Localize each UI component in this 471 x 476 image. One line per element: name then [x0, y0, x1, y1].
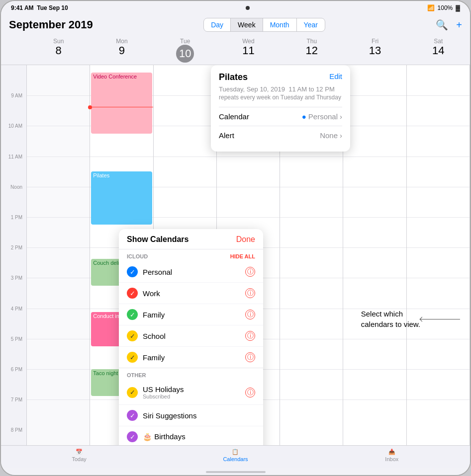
- status-bar: 9:41 AM Tue Sep 10 📶 100% ▓: [1, 1, 470, 15]
- calendar-item-us-holidays[interactable]: ✓ US Holidays Subscribed ⓘ: [119, 380, 263, 405]
- home-indicator: [1, 468, 470, 475]
- days-area: Video Conference Pilates Couch delivery …: [27, 65, 470, 445]
- family1-check: ✓: [127, 309, 138, 320]
- icloud-section-label: ICLOUD HIDE ALL: [119, 249, 263, 261]
- calendar-item-family1[interactable]: ✓ Family ⓘ: [119, 304, 263, 325]
- family2-info-button[interactable]: ⓘ: [245, 352, 255, 362]
- family2-name: Family: [143, 353, 245, 362]
- us-holidays-info-button[interactable]: ⓘ: [245, 388, 255, 397]
- day-header-row: Sun 8 Mon 9 Tue 10 Wed 11 Thu 12 Fri 13 …: [1, 36, 470, 65]
- day-header-tue[interactable]: Tue 10: [154, 36, 217, 65]
- event-detail-title: Pilates: [219, 72, 248, 82]
- tab-bar: 📅 Today 📋 Calendars 📥 Inbox: [1, 445, 470, 468]
- calendar-item-school[interactable]: ✓ School ⓘ: [119, 325, 263, 347]
- calendars-popup: Show Calendars Done ICLOUD HIDE ALL ✓ Pe…: [119, 229, 263, 445]
- event-detail-alert-value[interactable]: None ›: [320, 131, 342, 140]
- event-detail-calendar-row: Calendar ● Personal ›: [219, 107, 342, 126]
- other-section-label: OTHER: [119, 368, 263, 380]
- day-header-fri[interactable]: Fri 13: [343, 36, 406, 65]
- event-detail-calendar-value[interactable]: ● Personal ›: [302, 112, 342, 121]
- event-detail-date: Tuesday, Sep 10, 2019 11 AM to 12 PM: [219, 85, 342, 93]
- calendars-popup-title: Show Calendars: [127, 235, 188, 244]
- status-right: 📶 100% ▓: [427, 4, 460, 11]
- view-month-button[interactable]: Month: [263, 18, 297, 31]
- calendar-title: September 2019: [9, 18, 93, 31]
- day-header-sat[interactable]: Sat 14: [407, 36, 470, 65]
- personal-check: ✓: [127, 266, 138, 277]
- annotation-line: [420, 319, 460, 319]
- annotation-text: Select which calendars to view.: [361, 309, 420, 329]
- school-info-button[interactable]: ⓘ: [245, 331, 255, 341]
- wifi-icon: 📶: [427, 4, 435, 11]
- header-icons: 🔍 +: [436, 19, 462, 31]
- view-day-button[interactable]: Day: [204, 18, 231, 31]
- time-column: 9 AM 10 AM 11 AM Noon 1 PM 2 PM 3 PM 4 P…: [1, 65, 27, 445]
- event-detail-repeat: repeats every week on Tuesday and Thursd…: [219, 94, 342, 101]
- view-year-button[interactable]: Year: [297, 18, 325, 31]
- time-10am: 10 AM: [8, 123, 22, 129]
- calendar-body: 9 AM 10 AM 11 AM Noon 1 PM 2 PM 3 PM 4 P…: [1, 65, 470, 445]
- event-video-conference[interactable]: Video Conference: [91, 73, 152, 133]
- view-week-button[interactable]: Week: [231, 18, 263, 31]
- day-col-sat[interactable]: [407, 65, 470, 445]
- us-holidays-name: US Holidays: [143, 385, 245, 394]
- calendar-item-birthdays[interactable]: ✓ 🎂 Birthdays: [119, 426, 263, 445]
- us-holidays-check: ✓: [127, 387, 138, 398]
- us-holidays-sub: Subscribed: [143, 394, 245, 399]
- time-5pm: 5 PM: [11, 336, 22, 341]
- calendar-item-work[interactable]: ✓ Work ⓘ: [119, 283, 263, 304]
- calendar-item-personal[interactable]: ✓ Personal ⓘ: [119, 261, 263, 283]
- birthdays-check: ✓: [127, 431, 138, 442]
- time-noon: Noon: [10, 184, 22, 189]
- work-info-button[interactable]: ⓘ: [245, 288, 255, 298]
- personal-name: Personal: [143, 268, 245, 276]
- calendar-header: September 2019 Day Week Month Year 🔍 +: [1, 15, 470, 36]
- calendars-popup-done-button[interactable]: Done: [236, 235, 255, 244]
- tab-today[interactable]: 📅 Today: [59, 449, 99, 462]
- add-event-icon[interactable]: +: [456, 19, 462, 31]
- event-detail-popup: Pilates Edit Tuesday, Sep 10, 2019 11 AM…: [211, 65, 350, 152]
- school-check: ✓: [127, 330, 138, 341]
- day-header-wed[interactable]: Wed 11: [217, 36, 280, 65]
- time-3pm: 3 PM: [11, 275, 22, 281]
- ipad-frame: 9:41 AM Tue Sep 10 📶 100% ▓ September 20…: [0, 0, 471, 476]
- time-11am: 11 AM: [8, 154, 22, 159]
- home-indicator-bar: [206, 471, 266, 473]
- current-time-line: [90, 107, 153, 107]
- personal-info-button[interactable]: ⓘ: [245, 267, 255, 277]
- time-8pm: 8 PM: [11, 427, 22, 433]
- time-2pm: 2 PM: [11, 245, 22, 250]
- tab-calendars[interactable]: 📋 Calendars: [215, 449, 255, 462]
- camera-dot: [246, 6, 250, 10]
- day-header-thu[interactable]: Thu 12: [280, 36, 343, 65]
- work-check: ✓: [127, 288, 138, 299]
- siri-check: ✓: [127, 410, 138, 421]
- birthdays-name: 🎂 Birthdays: [143, 432, 255, 441]
- tab-inbox[interactable]: 📥 Inbox: [372, 449, 412, 462]
- day-header-mon[interactable]: Mon 9: [90, 36, 153, 65]
- calendar-item-family2[interactable]: ✓ Family ⓘ: [119, 347, 263, 368]
- day-col-sun[interactable]: [27, 65, 90, 445]
- calendar-item-siri[interactable]: ✓ Siri Suggestions: [119, 405, 263, 426]
- family2-check: ✓: [127, 352, 138, 363]
- family1-info-button[interactable]: ⓘ: [245, 310, 255, 319]
- icloud-hide-all-button[interactable]: HIDE ALL: [230, 253, 255, 259]
- battery-icon: ▓: [456, 4, 460, 11]
- event-pilates[interactable]: Pilates: [91, 171, 152, 225]
- view-switcher: Day Week Month Year: [203, 18, 325, 32]
- event-detail-alert-label: Alert: [219, 131, 234, 140]
- calendars-popup-header: Show Calendars Done: [119, 229, 263, 249]
- siri-name: Siri Suggestions: [143, 411, 255, 420]
- day-header-sun[interactable]: Sun 8: [27, 36, 90, 65]
- status-time: 9:41 AM Tue Sep 10: [11, 4, 68, 11]
- time-1pm: 1 PM: [11, 215, 22, 220]
- event-detail-calendar-label: Calendar: [219, 112, 249, 121]
- search-icon[interactable]: 🔍: [436, 19, 448, 31]
- day-col-fri[interactable]: [343, 65, 406, 445]
- event-detail-edit-button[interactable]: Edit: [329, 72, 342, 80]
- time-7pm: 7 PM: [11, 397, 22, 402]
- event-detail-alert-row: Alert None ›: [219, 126, 342, 145]
- work-name: Work: [143, 289, 245, 298]
- battery-label: 100%: [438, 4, 453, 11]
- other-calendar-list: ✓ US Holidays Subscribed ⓘ ✓ Siri Sugges…: [119, 380, 263, 445]
